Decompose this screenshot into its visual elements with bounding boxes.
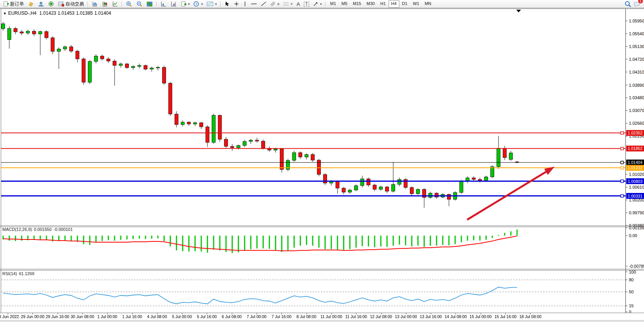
price-badge-label: 1.00803 bbox=[628, 179, 642, 184]
crosshair-tool-button[interactable] bbox=[232, 1, 241, 7]
chart-symbol-timeframe: EURUSD-,H4 bbox=[8, 10, 36, 16]
search-icon[interactable] bbox=[625, 1, 631, 7]
price-tick: 1.05540 bbox=[629, 31, 644, 36]
template-icon bbox=[207, 1, 214, 7]
horizontal-line-icon bbox=[251, 1, 257, 7]
zoom-in-button[interactable] bbox=[124, 1, 134, 7]
timeframe-button-M30[interactable]: M30 bbox=[364, 0, 377, 8]
chart-title: ▼EURUSD-,H4 1.014231.014531.013851.01404 bbox=[3, 10, 113, 16]
zoom-out-icon bbox=[136, 1, 143, 7]
date-label: 15 Jul 00:00 bbox=[469, 314, 492, 319]
date-label: 28 Jun 2022 bbox=[0, 314, 19, 319]
date-label: 13 Jul 16:00 bbox=[420, 314, 442, 319]
new-order-button[interactable]: 新订单 bbox=[1, 1, 26, 7]
new-order-icon bbox=[3, 1, 9, 7]
timeframe-button-M1[interactable]: M1 bbox=[327, 0, 339, 8]
date-label: 1 Jul 00:00 bbox=[98, 314, 117, 319]
periods-button[interactable]: ▾ bbox=[192, 1, 205, 7]
auto-scroll-button[interactable] bbox=[159, 1, 169, 7]
template-button[interactable]: ▾ bbox=[205, 1, 219, 7]
date-axis[interactable]: 28 Jun 202229 Jun 00:0029 Jun 16:0030 Ju… bbox=[0, 313, 644, 320]
macd-axis-label: 0.00 bbox=[629, 233, 637, 238]
candlestick-mode-button[interactable] bbox=[100, 1, 110, 7]
timeframe-button-H1[interactable]: H1 bbox=[377, 0, 388, 8]
hline-anchor-1.01404[interactable] bbox=[621, 161, 623, 164]
text-tool-icon: A bbox=[296, 1, 300, 7]
hline-anchor-1.00331[interactable] bbox=[621, 195, 623, 197]
timeframe-button-MN[interactable]: MN bbox=[422, 0, 434, 8]
macd-axis-label: -0.00785 bbox=[629, 264, 644, 269]
chart-window[interactable]: 1.059501.055401.051301.047201.043101.038… bbox=[0, 9, 644, 322]
terminal-button[interactable] bbox=[36, 1, 46, 7]
price-tick: 1.03070 bbox=[629, 108, 644, 113]
new-order-label: 新订单 bbox=[10, 1, 24, 7]
indicators-button[interactable]: ▾ bbox=[179, 1, 192, 7]
vertical-line-icon bbox=[243, 1, 247, 7]
fibonacci-tool-button[interactable]: F bbox=[281, 1, 295, 7]
chart-dropdown-icon[interactable]: ▼ bbox=[3, 12, 7, 15]
mt4-terminal: { "toolbar": { "new_order_label": "新订单",… bbox=[0, 0, 644, 322]
timeframe-button-M5[interactable]: M5 bbox=[339, 0, 350, 8]
tile-windows-button[interactable] bbox=[145, 1, 155, 7]
macd-signal-value: -0.000101 bbox=[53, 227, 73, 232]
date-label: 5 Jul 16:00 bbox=[197, 314, 217, 319]
cursor-icon bbox=[224, 1, 230, 7]
chart-canvas[interactable]: 1.059501.055401.051301.047201.043101.038… bbox=[0, 9, 644, 313]
chevron-down-icon: ▾ bbox=[320, 2, 322, 6]
toolbar-separator bbox=[156, 1, 157, 7]
timeframe-button-H4[interactable]: H4 bbox=[389, 0, 399, 8]
zoom-out-button[interactable] bbox=[134, 1, 145, 7]
hline-anchor-1.02352[interactable] bbox=[621, 132, 623, 134]
rsi-name: RSI(14) bbox=[2, 271, 17, 276]
fibonacci-icon bbox=[283, 1, 289, 7]
equidistant-channel-tool-button[interactable]: E bbox=[268, 1, 281, 7]
date-label: 4 Jul 08:00 bbox=[147, 314, 167, 319]
cursor-tool-button[interactable] bbox=[223, 1, 232, 7]
bar-chart-icon bbox=[92, 1, 98, 7]
autotrading-icon bbox=[58, 1, 64, 7]
line-chart-icon bbox=[112, 1, 118, 7]
autotrading-button[interactable]: 自动交易 bbox=[56, 1, 86, 7]
market-watch-button[interactable] bbox=[26, 1, 36, 7]
price-badge-label: 1.01852 bbox=[628, 146, 642, 151]
macd-axis-label: 0.001998 bbox=[629, 226, 644, 230]
arrows-tool-button[interactable]: ▾ bbox=[311, 1, 324, 7]
text-label-tool-button[interactable]: T bbox=[302, 1, 311, 7]
notifications-button[interactable]: 1 bbox=[634, 0, 641, 7]
channel-icon bbox=[270, 1, 276, 7]
vertical-line-tool-button[interactable] bbox=[241, 1, 249, 7]
timeframe-toolbar: M1M5M15M30H1H4D1W1MN bbox=[327, 0, 434, 8]
price-tick: 0.99790 bbox=[629, 210, 644, 215]
chevron-down-icon: ▾ bbox=[188, 2, 190, 6]
text-tool-button[interactable]: A bbox=[295, 1, 302, 7]
price-tick: 1.02660 bbox=[629, 121, 644, 126]
trendline-tool-button[interactable] bbox=[259, 1, 268, 7]
price-tick: 1.05950 bbox=[629, 19, 644, 23]
strategy-tester-button[interactable] bbox=[46, 1, 56, 7]
toolbar-separator bbox=[122, 1, 122, 7]
toolbar-separator bbox=[325, 1, 326, 7]
rsi-axis-label: 80 bbox=[629, 277, 634, 282]
hline-anchor-1.00803[interactable] bbox=[621, 180, 623, 183]
hline-anchor-1.01232[interactable] bbox=[621, 167, 623, 169]
date-label: 14 Jul 08:00 bbox=[445, 314, 467, 319]
date-label: 8 Jul 08:00 bbox=[296, 314, 316, 319]
date-label: 6 Jul 08:00 bbox=[222, 314, 242, 319]
price-tick: 1.03890 bbox=[629, 83, 644, 88]
line-chart-mode-button[interactable] bbox=[110, 1, 120, 7]
price-tick: 1.03480 bbox=[629, 95, 644, 100]
chart-shift-button[interactable] bbox=[169, 1, 179, 7]
timeframe-button-W1[interactable]: W1 bbox=[410, 0, 422, 8]
label-tool-icon: T bbox=[304, 2, 309, 7]
bar-chart-mode-button[interactable] bbox=[90, 1, 100, 7]
date-label: 13 Jul 00:00 bbox=[395, 314, 417, 319]
market-watch-icon bbox=[28, 1, 34, 7]
rsi-indicator-label: RSI(14)61.1269 bbox=[2, 271, 36, 276]
hline-anchor-1.01852[interactable] bbox=[621, 147, 623, 150]
tile-windows-icon bbox=[147, 1, 153, 7]
ohlc-high: 1.01453 bbox=[58, 10, 74, 16]
timeframe-button-M15[interactable]: M15 bbox=[350, 0, 364, 8]
timeframe-button-D1[interactable]: D1 bbox=[399, 0, 410, 8]
horizontal-line-tool-button[interactable] bbox=[249, 1, 259, 7]
rsi-axis-label: 15 bbox=[629, 303, 634, 308]
